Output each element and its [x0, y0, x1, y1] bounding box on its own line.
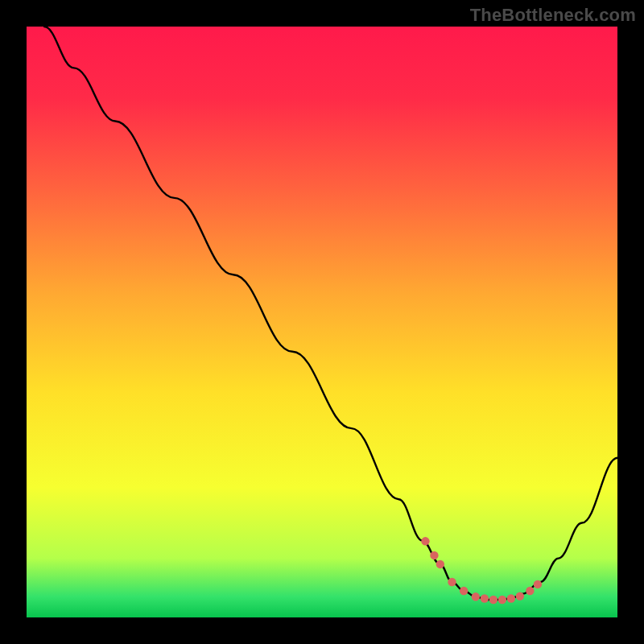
plot-area [27, 27, 617, 617]
watermark-text: TheBottleneck.com [470, 5, 636, 26]
marker-dot [472, 592, 480, 601]
marker-dot [498, 596, 506, 604]
marker-dot [489, 596, 497, 604]
marker-dot [460, 587, 468, 595]
marker-dot [436, 560, 444, 568]
marker-dot [481, 594, 489, 602]
marker-dot [507, 594, 515, 602]
marker-dot [534, 580, 542, 588]
marker-dot [526, 587, 534, 595]
chart-frame: TheBottleneck.com [0, 0, 644, 644]
marker-dot [448, 578, 456, 586]
marker-dot [421, 537, 429, 545]
gradient-background [27, 27, 617, 617]
marker-dot [430, 551, 438, 559]
bottleneck-chart [27, 27, 617, 617]
marker-dot [516, 592, 524, 600]
